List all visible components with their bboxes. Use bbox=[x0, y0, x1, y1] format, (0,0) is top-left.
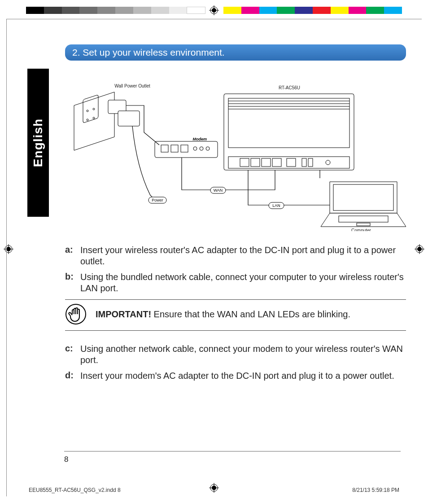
svg-rect-22 bbox=[118, 111, 140, 126]
lan-cable-label: LAN bbox=[272, 203, 280, 208]
registration-mark-icon bbox=[209, 5, 219, 15]
footer-rule bbox=[64, 451, 401, 451]
svg-point-27 bbox=[193, 147, 197, 150]
computer-label: Computer bbox=[351, 228, 371, 231]
step-text: Using another network cable, connect you… bbox=[80, 343, 406, 366]
svg-rect-31 bbox=[228, 98, 349, 148]
main-content: 2. Set up your wireless environment. Wal… bbox=[65, 44, 406, 381]
page-number: 8 bbox=[64, 455, 68, 464]
footer-file: EEU8555_RT-AC56U_QSG_v2.indd 8 bbox=[29, 487, 121, 493]
step-letter: b: bbox=[65, 272, 80, 294]
svg-point-20 bbox=[93, 117, 95, 119]
print-footer: EEU8555_RT-AC56U_QSG_v2.indd 8 8/21/13 5… bbox=[29, 487, 399, 493]
important-label: IMPORTANT! bbox=[96, 309, 151, 319]
svg-point-29 bbox=[206, 147, 210, 150]
step-d: d: Insert your modem's AC adapter to the… bbox=[65, 370, 406, 381]
svg-point-19 bbox=[87, 119, 88, 121]
wan-cable-label: WAN bbox=[214, 188, 223, 193]
important-callout: IMPORTANT! Ensure that the WAN and LAN L… bbox=[65, 299, 406, 331]
svg-rect-47 bbox=[357, 223, 370, 226]
router-label: RT-AC56U bbox=[279, 85, 300, 90]
step-header: 2. Set up your wireless environment. bbox=[65, 44, 406, 61]
hand-stop-icon bbox=[65, 303, 87, 325]
svg-point-28 bbox=[200, 147, 203, 150]
step-letter: c: bbox=[65, 343, 80, 366]
svg-rect-26 bbox=[181, 145, 188, 152]
step-text: Using the bundled network cable, connect… bbox=[80, 272, 406, 294]
step-letter: d: bbox=[65, 370, 80, 381]
step-c: c: Using another network cable, connect … bbox=[65, 343, 406, 366]
step-text: Insert your wireless router's AC adapter… bbox=[80, 245, 406, 267]
step-text: Insert your modem's AC adapter to the DC… bbox=[80, 370, 394, 381]
svg-point-17 bbox=[87, 110, 88, 112]
step-header-text: 2. Set up your wireless environment. bbox=[72, 47, 225, 58]
important-body: Ensure that the WAN and LAN LEDs are bli… bbox=[151, 309, 350, 319]
step-b: b: Using the bundled network cable, conn… bbox=[65, 272, 406, 294]
footer-datetime: 8/21/13 5:59:18 PM bbox=[352, 487, 399, 493]
page-frame: English 2. Set up your wireless environm… bbox=[6, 19, 422, 496]
step-a: a: Insert your wireless router's AC adap… bbox=[65, 245, 406, 267]
modem-label: Modem bbox=[193, 137, 207, 141]
language-tab: English bbox=[27, 69, 49, 217]
svg-rect-45 bbox=[333, 184, 393, 210]
instruction-steps: a: Insert your wireless router's AC adap… bbox=[65, 245, 406, 381]
important-text: IMPORTANT! Ensure that the WAN and LAN L… bbox=[96, 309, 350, 320]
power-cable-label: Power bbox=[152, 198, 163, 202]
step-letter: a: bbox=[65, 245, 80, 267]
language-label: English bbox=[31, 118, 45, 167]
setup-diagram: Wall Power Outlet bbox=[65, 79, 406, 231]
svg-rect-16 bbox=[83, 95, 98, 123]
svg-rect-24 bbox=[161, 145, 168, 152]
wiring-diagram-svg: Wall Power Outlet bbox=[65, 79, 406, 231]
svg-rect-25 bbox=[171, 145, 178, 152]
wall-outlet-label: Wall Power Outlet bbox=[114, 83, 150, 88]
svg-point-18 bbox=[93, 108, 95, 110]
svg-rect-46 bbox=[339, 216, 388, 222]
